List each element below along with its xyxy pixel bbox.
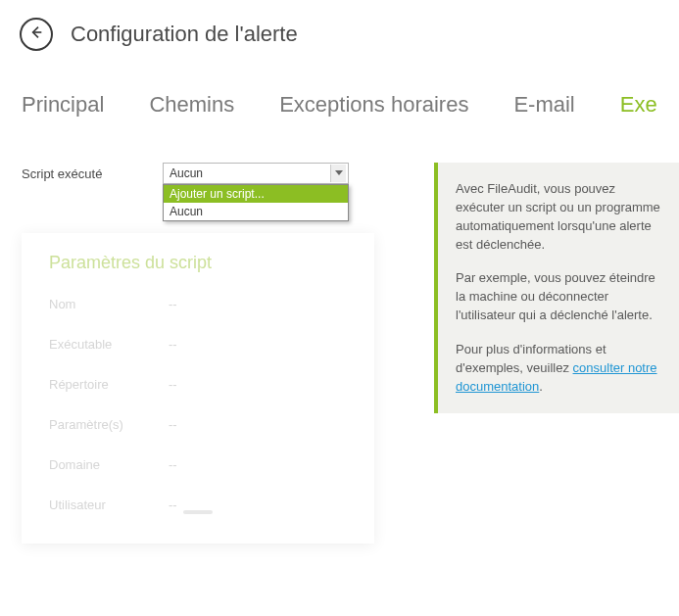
chevron-down-icon (330, 165, 346, 182)
param-value: -- (169, 498, 177, 512)
script-dropdown[interactable]: Aucun Ajouter un script... Aucun (163, 163, 349, 184)
script-dropdown-value: Aucun (170, 166, 203, 180)
param-label: Paramètre(s) (49, 417, 169, 432)
info-text: Par exemple, vous pouvez éteindre la mac… (456, 269, 661, 325)
param-value: -- (169, 297, 177, 311)
tab-exceptions-horaires[interactable]: Exceptions horaires (279, 92, 468, 118)
param-value: -- (169, 377, 177, 392)
tab-principal[interactable]: Principal (22, 92, 104, 118)
info-text-suffix: . (539, 379, 543, 394)
param-label: Répertoire (49, 377, 169, 392)
param-value: -- (169, 457, 177, 472)
param-label: Domaine (49, 457, 169, 472)
info-text: Avec FileAudit, vous pouvez exécuter un … (456, 180, 661, 254)
script-params-panel: Paramètres du script Nom -- Exécutable -… (22, 233, 374, 544)
tab-bar: Principal Chemins Exceptions horaires E-… (0, 63, 679, 133)
param-label: Utilisateur (49, 498, 169, 512)
param-row-parametres: Paramètre(s) -- (49, 417, 347, 432)
info-text: Pour plus d'informations et d'exemples, … (456, 341, 661, 397)
script-dropdown-trigger[interactable]: Aucun (163, 163, 349, 184)
param-value: -- (169, 417, 177, 432)
param-row-executable: Exécutable -- (49, 337, 347, 352)
dropdown-item-aucun[interactable]: Aucun (164, 203, 348, 220)
info-panel: Avec FileAudit, vous pouvez exécuter un … (434, 163, 679, 413)
page-title: Configuration de l'alerte (71, 22, 298, 47)
back-button[interactable] (20, 18, 53, 51)
script-field-label: Script exécuté (22, 166, 163, 181)
param-row-repertoire: Répertoire -- (49, 377, 347, 392)
script-dropdown-list: Ajouter un script... Aucun (163, 184, 349, 221)
tab-executer[interactable]: Exe (620, 92, 657, 118)
param-label: Exécutable (49, 337, 169, 352)
tab-email[interactable]: E-mail (513, 92, 574, 118)
tab-chemins[interactable]: Chemins (149, 92, 234, 118)
dropdown-item-add-script[interactable]: Ajouter un script... (164, 185, 348, 203)
param-value: -- (169, 337, 177, 352)
param-label: Nom (49, 297, 169, 311)
params-title: Paramètres du script (49, 253, 347, 273)
param-row-nom: Nom -- (49, 297, 347, 311)
param-row-domaine: Domaine -- (49, 457, 347, 472)
arrow-left-icon (28, 24, 44, 44)
